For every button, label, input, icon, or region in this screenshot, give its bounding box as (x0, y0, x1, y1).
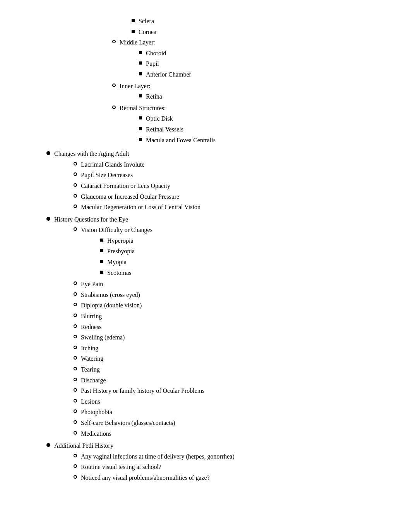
list-item: Choroid (139, 48, 388, 58)
bullet-disc-icon (46, 443, 50, 447)
list-item: Lacrimal Glands Involute (74, 160, 388, 170)
bullet-square-icon (139, 127, 142, 130)
item-lacrimal: Lacrimal Glands Involute (81, 160, 388, 170)
bullet-square-icon (100, 239, 103, 242)
bullet-circle-icon (74, 227, 77, 231)
bullet-circle-icon (74, 388, 77, 392)
bullet-square-icon (139, 138, 142, 141)
item-itching: Itching (81, 343, 388, 353)
bullet-circle-icon (74, 454, 77, 457)
bullet-circle-icon (74, 314, 77, 317)
bullet-circle-icon (112, 106, 116, 109)
item-pupil-size: Pupil Size Decreases (81, 170, 388, 180)
item-swelling: Swelling (edema) (81, 332, 388, 343)
item-pupil: Pupil (146, 59, 388, 69)
list-item: Swelling (edema) (74, 332, 388, 343)
bullet-disc-icon (46, 217, 50, 221)
retinal-structures-label: Retinal Structures: (120, 105, 166, 111)
list-item: Myopia (100, 257, 388, 267)
item-cornea: Cornea (139, 27, 388, 37)
bullet-circle-icon (74, 378, 77, 381)
list-item: Itching (74, 343, 388, 353)
list-item: Middle Layer: Choroid Pupil Anterior Cha… (112, 38, 388, 80)
item-lesions: Lesions (81, 397, 388, 407)
list-item: Lesions (74, 397, 388, 407)
bullet-circle-icon (74, 399, 77, 402)
bullet-square-icon (139, 51, 142, 54)
item-watering: Watering (81, 354, 388, 364)
list-item: Vision Difficulty or Changes Hyperopia P… (74, 225, 388, 278)
list-item: Photophobia (74, 407, 388, 417)
list-item: Routine visual testing at school? (74, 462, 388, 472)
item-vaginal-infections: Any vaginal infections at time of delive… (81, 452, 388, 462)
bullet-circle-icon (74, 292, 77, 296)
bullet-square-icon (139, 72, 142, 75)
bullet-circle-icon (74, 194, 77, 198)
bullet-circle-icon (74, 367, 77, 370)
bullet-square-icon (100, 249, 103, 252)
bullet-square-icon (132, 19, 135, 22)
list-item: Watering (74, 354, 388, 364)
bullet-square-icon (139, 116, 142, 119)
list-item: Macular Degeneration or Loss of Central … (74, 202, 388, 212)
bullet-circle-icon (74, 475, 77, 479)
list-item: Presbyopia (100, 246, 388, 256)
list-item: Optic Disk (139, 114, 388, 124)
item-discharge: Discharge (81, 375, 388, 385)
list-item: Discharge (74, 375, 388, 385)
bullet-circle-icon (74, 205, 77, 208)
bullet-square-icon (139, 94, 142, 97)
list-item: Diplopia (double vision) (74, 300, 388, 310)
list-item: Redness (74, 322, 388, 332)
bullet-circle-icon (74, 409, 77, 413)
list-item: Blurring (74, 311, 388, 321)
list-item: Noticed any visual problems/abnormalitie… (74, 473, 388, 483)
list-item: Medications (74, 429, 388, 439)
item-presbyopia: Presbyopia (107, 246, 388, 256)
item-hyperopia: Hyperopia (107, 236, 388, 246)
list-item: Any vaginal infections at time of delive… (74, 452, 388, 462)
list-item: Retinal Vessels (139, 124, 388, 135)
list-item: Pupil (139, 59, 388, 69)
item-visual-problems: Noticed any visual problems/abnormalitie… (81, 473, 388, 483)
list-item: Macula and Fovea Centralis (139, 135, 388, 145)
bullet-circle-icon (74, 464, 77, 468)
item-eye-pain: Eye Pain (81, 279, 388, 289)
item-anterior-chamber: Anterior Chamber (146, 70, 388, 80)
item-choroid: Choroid (146, 48, 388, 58)
list-item: Anterior Chamber (139, 70, 388, 80)
list-item: Pupil Size Decreases (74, 170, 388, 180)
bullet-circle-icon (74, 346, 77, 349)
list-item: Scotomas (100, 268, 388, 278)
item-blurring: Blurring (81, 311, 388, 321)
list-item-aging: Changes with the Aging Adult Lacrimal Gl… (46, 149, 388, 213)
bullet-square-icon (100, 271, 103, 274)
bullet-square-icon (100, 260, 103, 263)
bullet-circle-icon (74, 335, 77, 338)
aging-adult-label: Changes with the Aging Adult (54, 150, 129, 157)
bullet-circle-icon (74, 183, 77, 187)
bullet-circle-icon (74, 431, 77, 435)
list-item: Past History or family history of Ocular… (74, 386, 388, 396)
item-retinal-vessels: Retinal Vessels (146, 124, 388, 135)
bullet-circle-icon (74, 324, 77, 328)
list-item: Strabismus (cross eyed) (74, 290, 388, 300)
bullet-square-icon (139, 61, 142, 65)
item-macula-fovea: Macula and Fovea Centralis (146, 135, 388, 145)
inner-layer-label: Inner Layer: (120, 83, 151, 89)
item-retina: Retina (146, 92, 388, 102)
list-item: Retina (139, 92, 388, 102)
bullet-circle-icon (112, 40, 116, 43)
list-item-pedi: Additional Pedi History Any vaginal infe… (46, 441, 388, 483)
bullet-disc-icon (46, 151, 50, 155)
item-self-care: Self-care Behaviors (glasses/contacts) (81, 418, 388, 428)
list-item: Eye Pain (74, 279, 388, 289)
bullet-circle-icon (112, 84, 116, 87)
item-diplopia: Diplopia (double vision) (81, 300, 388, 310)
item-glaucoma: Glaucoma or Increased Ocular Pressure (81, 192, 388, 202)
bullet-circle-icon (74, 303, 77, 306)
list-item: Retinal Structures: Optic Disk Retinal V… (112, 103, 388, 146)
item-photophobia: Photophobia (81, 407, 388, 417)
list-item: Cataract Formation or Lens Opacity (74, 181, 388, 191)
pedi-history-label: Additional Pedi History (54, 442, 113, 449)
